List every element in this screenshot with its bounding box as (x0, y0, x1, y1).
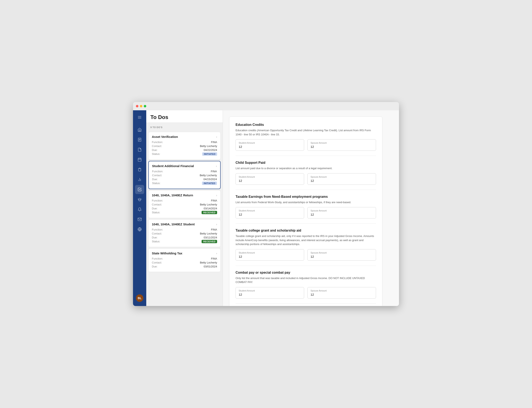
todo-function-row: Function: FINA (152, 228, 217, 231)
nav-tasks-icon[interactable] (135, 185, 144, 194)
status-badge: INITIATED (202, 152, 217, 156)
todo-function-row: Function: FINA (152, 199, 217, 202)
todo-contact-row: Contact: Betty Locherty (152, 232, 217, 235)
nav-mail-icon[interactable] (135, 215, 144, 224)
avatar[interactable]: BL (136, 294, 143, 302)
nav-graduation-icon[interactable] (135, 195, 144, 204)
child-support-title: Child Support Paid (236, 161, 376, 165)
education-credits-amounts: Student Amount 12 Spouse Amount 12 (236, 139, 376, 151)
combat-pay-spouse-value: 12 (311, 293, 373, 296)
taxable-grant-amounts: Student Amount 12 Spouse Amount 12 (236, 249, 376, 261)
todo-due-row: Due: 03/01/2024 (152, 265, 217, 268)
maximize-button[interactable] (144, 105, 146, 107)
contact-value: Betty Locherty (200, 261, 217, 264)
contact-value: Betty Locherty (200, 203, 217, 206)
nav-home-icon[interactable] (135, 125, 144, 134)
taxable-earnings-title: Taxable Earnings from Need-Based employm… (236, 195, 376, 199)
function-value: FINA (211, 170, 217, 173)
todo-count: 9 TO DO'S (146, 124, 223, 131)
nav-chart-icon[interactable] (135, 175, 144, 184)
nav-globe-icon[interactable] (135, 225, 144, 234)
due-label: Due: (152, 236, 158, 239)
todo-due-row: Due: 04/15/2024 (152, 178, 217, 181)
function-value: FINA (211, 228, 217, 231)
taxable-earnings-spouse-label: Spouse Amount (311, 209, 373, 212)
contact-value: Betty Locherty (200, 174, 217, 177)
child-support-student-field[interactable]: Student Amount 12 (236, 173, 304, 185)
todo-contact-row: Contact: Betty Locherty (152, 261, 217, 264)
combat-pay-student-field[interactable]: Student Amount 12 (236, 287, 304, 298)
child-support-spouse-field[interactable]: Spouse Amount 12 (308, 173, 376, 185)
minimize-button[interactable] (140, 105, 142, 107)
education-credits-section: Education Credits Education credits (Ame… (236, 123, 376, 156)
function-label: Function: (152, 141, 163, 144)
taxable-earnings-desc: List amounts from Federal Work-Study, an… (236, 200, 376, 204)
content-sidebar: To Dos 9 TO DO'S Asset Verification › Fu… (146, 110, 223, 306)
todo-item-1040-return[interactable]: 1040, 1040A, 1040EZ Return › Function: F… (148, 190, 221, 218)
contact-label: Contact: (152, 174, 162, 177)
nav-menu-icon[interactable] (135, 113, 144, 122)
nav-clipboard-icon[interactable] (135, 165, 144, 174)
child-support-student-label: Student Amount (239, 176, 301, 178)
combat-pay-spouse-field[interactable]: Spouse Amount 12 (308, 287, 376, 298)
status-badge: RECEIVED (202, 211, 217, 214)
taxable-earnings-student-field[interactable]: Student Amount 12 (236, 207, 304, 219)
combat-pay-spouse-label: Spouse Amount (311, 289, 373, 292)
taxable-grant-spouse-field[interactable]: Spouse Amount 12 (308, 249, 376, 261)
svg-rect-11 (139, 168, 140, 169)
education-credits-title: Education Credits (236, 123, 376, 127)
traffic-lights (136, 105, 146, 107)
chevron-right-icon: › (216, 194, 217, 197)
todo-item-state-withholding[interactable]: State Witholding Tax › Function: FINA Co… (148, 248, 221, 272)
nav-calendar-icon[interactable] (135, 155, 144, 164)
taxable-grant-student-field[interactable]: Student Amount 12 (236, 249, 304, 261)
todo-contact-row: Contact: Betty Locherty (152, 174, 217, 177)
nav-file-icon[interactable] (135, 145, 144, 154)
todo-function-row: Function: FINA (152, 141, 217, 144)
taxable-earnings-student-value: 12 (239, 213, 301, 216)
due-value: 04/15/2024 (203, 178, 217, 181)
combat-pay-desc: Only list the amount that was taxable an… (236, 276, 376, 284)
contact-label: Contact: (152, 203, 162, 206)
todo-status-row: Status: RECEIVED (152, 240, 217, 243)
taxable-earnings-spouse-field[interactable]: Spouse Amount 12 (308, 207, 376, 219)
function-value: FINA (211, 199, 217, 202)
todo-list: Asset Verification › Function: FINA Cont… (146, 131, 223, 306)
icon-sidebar: BL (133, 110, 146, 306)
todo-item-asset-verification[interactable]: Asset Verification › Function: FINA Cont… (148, 132, 221, 160)
due-label: Due: (152, 265, 158, 268)
taxable-grant-desc: Taxable college grant and scholarship ai… (236, 234, 376, 246)
function-label: Function: (152, 257, 163, 260)
taxable-earnings-section: Taxable Earnings from Need-Based employm… (236, 195, 376, 224)
status-badge: INITIATED (202, 182, 217, 185)
close-button[interactable] (136, 105, 138, 107)
child-support-student-value: 12 (239, 179, 301, 182)
education-student-label: Student Amount (239, 142, 301, 144)
taxable-grant-spouse-value: 12 (311, 255, 373, 258)
nav-document-icon[interactable] (135, 135, 144, 144)
education-credits-desc: Education credits (American Opportunity … (236, 128, 376, 136)
main-content: Education Credits Education credits (Ame… (223, 110, 399, 306)
education-spouse-label: Spouse Amount (311, 142, 373, 144)
todo-item-1040-student[interactable]: 1040, 1040A, 1040EZ Student › Function: … (148, 219, 221, 247)
contact-label: Contact: (152, 261, 162, 264)
todo-item-student-additional-financial[interactable]: Student Additional Financial › Function:… (148, 161, 221, 189)
education-student-field[interactable]: Student Amount 12 (236, 139, 304, 151)
function-label: Function: (152, 228, 163, 231)
nav-bell-icon[interactable] (135, 205, 144, 214)
contact-label: Contact: (152, 144, 162, 148)
todo-contact-row: Contact: Betty Locherty (152, 144, 217, 148)
todo-item-header: Student Additional Financial › (152, 164, 217, 168)
child-support-desc: List amount paid due to a divorce or sep… (236, 166, 376, 170)
form-card: Education Credits Education credits (Ame… (229, 117, 382, 306)
education-spouse-field[interactable]: Spouse Amount 12 (308, 139, 376, 151)
titlebar (133, 102, 399, 110)
contact-value: Betty Locherty (200, 144, 217, 148)
todo-due-row: Due: 03/11/2024 (152, 236, 217, 239)
child-support-section: Child Support Paid List amount paid due … (236, 161, 376, 190)
todo-item-title: State Witholding Tax (152, 251, 182, 255)
due-label: Due: (152, 178, 158, 181)
taxable-grant-spouse-label: Spouse Amount (311, 251, 373, 254)
todo-item-header: 1040, 1040A, 1040EZ Student › (152, 222, 217, 226)
due-value: 03/14/2024 (204, 207, 217, 210)
